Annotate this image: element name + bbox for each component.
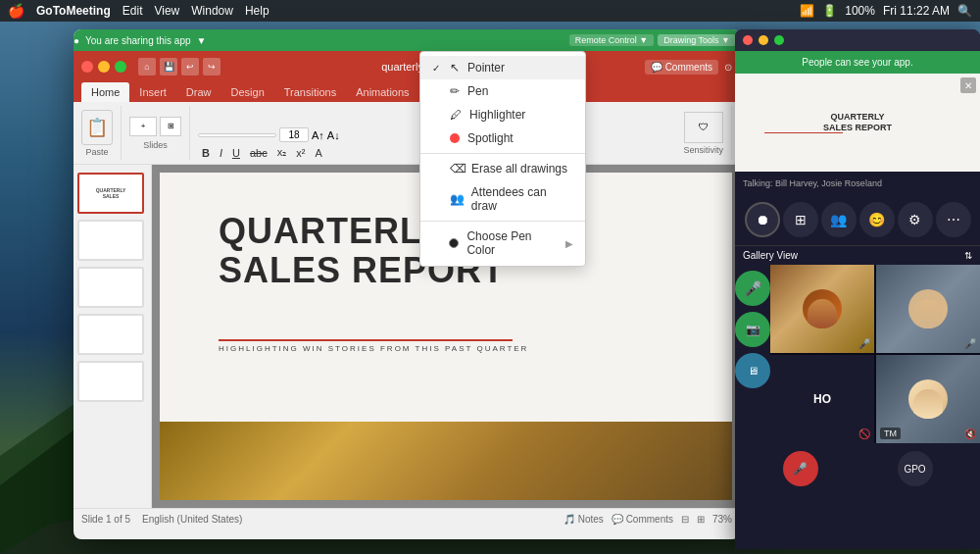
title-bar: ⌂ 💾 ↩ ↪ quarterly-sales-report 💬 Comment… [74, 51, 740, 82]
powerpoint-window: ● You are sharing this app ▼ Remote Cont… [74, 29, 740, 539]
participant-3-mic-icon: 🚫 [858, 428, 870, 439]
gtm-minimize-button[interactable] [759, 35, 768, 45]
erase-option[interactable]: ⌫ Erase all drawings [420, 157, 585, 180]
slide-floor-image [160, 422, 732, 500]
remote-control-tab[interactable]: Remote Control ▼ [569, 34, 654, 46]
menubar-right: 📶 🔋 100% Fri 11:22 AM 🔍 [800, 4, 972, 18]
slide-thumb-2[interactable]: 2 [77, 220, 144, 261]
slide-thumb-4[interactable]: 4 [77, 314, 144, 355]
close-button[interactable] [81, 61, 93, 73]
tab-home[interactable]: Home [81, 82, 129, 102]
gtm-gallery-grid: 🎤 🎤 HO 🚫 [770, 265, 980, 443]
slide-panel: 1 QUARTERLYSALES 2 3 4 5 [74, 165, 152, 508]
clipboard-group: 📋 Paste [81, 106, 122, 160]
erase-label: Erase all drawings [471, 162, 567, 176]
font-selector[interactable] [198, 133, 276, 137]
emoji-button[interactable]: 😊 [859, 202, 895, 237]
redo-icon[interactable]: ↪ [203, 58, 220, 76]
drawing-tools-tab[interactable]: Drawing Tools ▼ [658, 34, 736, 46]
view-normal-icon[interactable]: ⊟ [681, 514, 689, 525]
slide-subtitle: HIGHLIGHTING WIN STORIES FROM THIS PAST … [219, 344, 528, 353]
font-size[interactable]: 18 [279, 127, 309, 142]
bold-button[interactable]: B [198, 146, 214, 160]
screen-share-button[interactable]: 🖥 [735, 353, 770, 388]
highlighter-option[interactable]: 🖊 Highlighter [420, 103, 585, 126]
menu-window[interactable]: Window [191, 4, 233, 18]
people-button[interactable]: 👥 [821, 202, 857, 237]
sharing-dropdown-icon: ▼ [197, 35, 207, 46]
ribbon-content: 📋 Paste + ⊞ Slides 18 A↑ A↓ B [74, 102, 740, 165]
home-icon[interactable]: ⌂ [138, 58, 156, 76]
italic-button[interactable]: I [216, 146, 226, 160]
slide-thumb-1[interactable]: 1 QUARTERLYSALES [77, 173, 144, 214]
gallery-sort-icon[interactable]: ⇅ [964, 250, 972, 261]
tab-animations[interactable]: Animations [346, 82, 418, 102]
slide-thumb-5[interactable]: 5 [77, 361, 144, 402]
minimize-button[interactable] [98, 61, 110, 73]
font-color-button[interactable]: A [311, 146, 325, 160]
microphone-button[interactable]: 🎤 [735, 271, 770, 306]
spotlight-option[interactable]: Spotlight [420, 126, 585, 150]
record-button[interactable]: ⏺ [745, 202, 780, 237]
new-slide-button[interactable]: + [129, 117, 157, 136]
settings-button[interactable]: ⚙ [898, 202, 933, 237]
sensitivity-button[interactable]: 🛡 [684, 112, 723, 143]
view-grid-icon[interactable]: ⊞ [697, 514, 705, 525]
gtm-close-button[interactable] [743, 35, 753, 45]
pen-option[interactable]: ✏ Pen [420, 79, 585, 103]
gtm-gallery-header: Gallery View ⇅ [735, 245, 980, 265]
menu-edit[interactable]: Edit [122, 4, 143, 18]
tab-transitions[interactable]: Transitions [274, 82, 346, 102]
layout-button[interactable]: ⊞ [160, 117, 181, 136]
ribbon-tabs: Home Insert Draw Design Transitions Anim… [74, 82, 740, 102]
save-icon[interactable]: 💾 [160, 58, 177, 76]
toolbar-icons: ⌂ 💾 ↩ ↪ [138, 58, 220, 76]
slide-count: Slide 1 of 5 [81, 514, 130, 525]
more-options-button[interactable]: ⋯ [936, 202, 971, 237]
slide-decorative-line [219, 339, 513, 341]
attendees-draw-option[interactable]: 👥 Attendees can draw [420, 180, 585, 218]
gtm-controls: ⏺ ⊞ 👥 😊 ⚙ ⋯ [735, 194, 980, 245]
search-icon[interactable]: 🔍 [957, 4, 972, 18]
participant-1-mic-icon: 🎤 [858, 338, 870, 349]
slide-thumb-3[interactable]: 3 [77, 267, 144, 308]
font-up-icon[interactable]: A↑ [312, 129, 324, 141]
gtm-bottom-controls: 🎤 GPO [735, 443, 980, 494]
comments-status[interactable]: 💬 Comments [612, 514, 673, 525]
grid-view-button[interactable]: ⊞ [783, 202, 818, 237]
bottom-extra-button[interactable]: GPO [898, 451, 933, 486]
share-icon[interactable]: ⊙ [724, 62, 732, 73]
zoom-level: 73% [712, 514, 732, 525]
subscript-button[interactable]: x₂ [273, 145, 291, 160]
gtm-preview-close-button[interactable]: ✕ [960, 77, 976, 93]
gtm-maximize-button[interactable] [774, 35, 784, 45]
drawing-tools-label: Drawing Tools ▼ [663, 35, 730, 45]
pen-color-option[interactable]: Choose Pen Color ▶ [420, 225, 585, 262]
end-call-mic-button[interactable]: 🎤 [783, 451, 818, 486]
camera-button[interactable]: 📷 [735, 312, 770, 347]
strikethrough-button[interactable]: abc [246, 146, 271, 160]
menu-view[interactable]: View [154, 4, 179, 18]
participant-4-mic-icon: 🔇 [964, 428, 976, 439]
underline-button[interactable]: U [228, 146, 244, 160]
submenu-arrow-icon: ▶ [565, 238, 573, 249]
participant-2: 🎤 [876, 265, 980, 353]
tab-insert[interactable]: Insert [129, 82, 176, 102]
tab-draw[interactable]: Draw [176, 82, 221, 102]
font-down-icon[interactable]: A↓ [327, 129, 340, 141]
maximize-button[interactable] [115, 61, 126, 73]
undo-icon[interactable]: ↩ [181, 58, 199, 76]
desktop: 🍎 GoToMeeting Edit View Window Help 📶 🔋 … [0, 0, 980, 554]
menubar: 🍎 GoToMeeting Edit View Window Help 📶 🔋 … [0, 0, 980, 22]
app-name[interactable]: GoToMeeting [36, 4, 111, 18]
paste-button[interactable]: 📋 [81, 110, 113, 145]
pointer-option[interactable]: ✓ ↖ Pointer [420, 56, 585, 79]
spotlight-label: Spotlight [467, 131, 514, 145]
comments-button[interactable]: 💬 Comments [645, 60, 718, 75]
menu-help[interactable]: Help [245, 4, 270, 18]
gtm-sharing-text: People can see your app. [802, 57, 912, 68]
superscript-button[interactable]: x² [292, 146, 309, 160]
notes-button[interactable]: 🎵 Notes [564, 514, 604, 525]
tab-design[interactable]: Design [221, 82, 274, 102]
participant-2-mic-icon: 🎤 [964, 338, 976, 349]
